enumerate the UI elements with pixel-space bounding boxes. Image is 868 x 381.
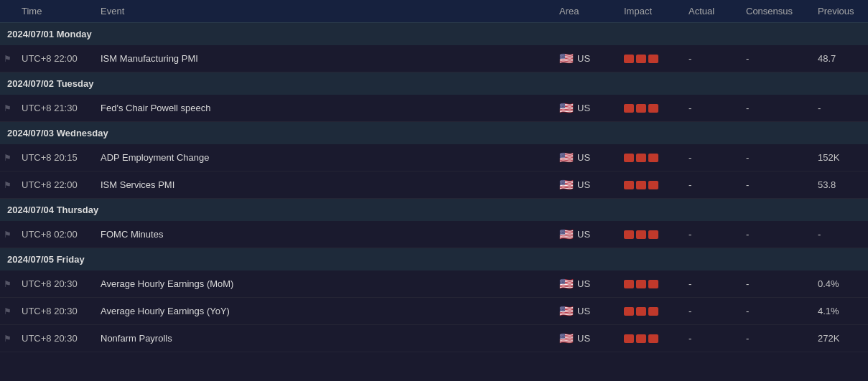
impact-bar <box>636 230 646 239</box>
bookmark-icon[interactable]: ⚑ <box>4 153 11 163</box>
event-name[interactable]: ISM Services PMI <box>93 171 552 199</box>
event-time: UTC+8 20:30 <box>14 271 93 298</box>
table-row[interactable]: ⚑UTC+8 20:30Average Hourly Earnings (YoY… <box>0 298 868 325</box>
event-time: UTC+8 20:30 <box>14 298 93 325</box>
impact-bar <box>648 307 658 316</box>
impact-bar <box>636 154 646 162</box>
table-row[interactable]: ⚑UTC+8 21:30Fed's Chair Powell speech🇺🇸U… <box>0 95 868 122</box>
event-previous: 152K <box>811 144 868 171</box>
date-group-header: 2024/07/02 Tuesday <box>0 72 868 95</box>
table-row[interactable]: ⚑UTC+8 22:00ISM Manufacturing PMI🇺🇸US--4… <box>0 45 868 72</box>
area-label: US <box>577 229 590 240</box>
bookmark-icon[interactable]: ⚑ <box>4 334 11 344</box>
table-row[interactable]: ⚑UTC+8 20:30Nonfarm Payrolls🇺🇸US--272K <box>0 325 868 352</box>
flag-icon: 🇺🇸 <box>559 178 574 192</box>
event-impact <box>617 298 681 325</box>
event-previous: 4.1% <box>811 298 868 325</box>
table-row[interactable]: ⚑UTC+8 20:30Average Hourly Earnings (MoM… <box>0 271 868 298</box>
bookmark-icon[interactable]: ⚑ <box>4 306 11 316</box>
event-consensus: - <box>739 298 811 325</box>
area-label: US <box>577 306 590 316</box>
event-previous: 53.8 <box>811 171 868 199</box>
area-label: US <box>577 152 590 163</box>
table-row[interactable]: ⚑UTC+8 22:00ISM Services PMI🇺🇸US--53.8 <box>0 171 868 199</box>
event-name[interactable]: ISM Manufacturing PMI <box>93 45 552 72</box>
event-impact <box>617 325 681 352</box>
event-impact <box>617 171 681 199</box>
impact-bar <box>624 154 634 162</box>
date-group-header: 2024/07/03 Wednesday <box>0 122 868 145</box>
event-actual: - <box>681 221 739 248</box>
event-name[interactable]: Nonfarm Payrolls <box>93 325 552 352</box>
event-previous: 272K <box>811 325 868 352</box>
table-row[interactable]: ⚑UTC+8 20:15ADP Employment Change🇺🇸US--1… <box>0 144 868 171</box>
event-actual: - <box>681 325 739 352</box>
event-actual: - <box>681 45 739 72</box>
bookmark-icon[interactable]: ⚑ <box>4 54 11 64</box>
impact-bar <box>636 307 646 316</box>
date-label: 2024/07/03 Wednesday <box>0 122 868 145</box>
col-impact-header: Impact <box>617 0 681 23</box>
event-consensus: - <box>739 45 811 72</box>
table-row[interactable]: ⚑UTC+8 02:00FOMC Minutes🇺🇸US--- <box>0 221 868 248</box>
col-bookmark <box>0 0 14 23</box>
event-impact <box>617 271 681 298</box>
area-label: US <box>577 278 590 289</box>
impact-bar <box>636 104 646 113</box>
date-group-header: 2024/07/01 Monday <box>0 23 868 46</box>
bookmark-icon[interactable]: ⚑ <box>4 103 11 113</box>
flag-icon: 🇺🇸 <box>559 151 574 164</box>
event-actual: - <box>681 171 739 199</box>
event-area: 🇺🇸US <box>552 45 617 72</box>
impact-bar <box>636 334 646 343</box>
impact-bar <box>636 181 646 189</box>
flag-icon: 🇺🇸 <box>559 304 574 318</box>
event-previous: - <box>811 221 868 248</box>
event-area: 🇺🇸US <box>552 95 617 122</box>
event-consensus: - <box>739 171 811 199</box>
event-name[interactable]: FOMC Minutes <box>93 221 552 248</box>
event-consensus: - <box>739 95 811 122</box>
event-time: UTC+8 21:30 <box>14 95 93 122</box>
event-time: UTC+8 22:00 <box>14 45 93 72</box>
date-label: 2024/07/01 Monday <box>0 23 868 46</box>
col-time-header: Time <box>14 0 93 23</box>
bookmark-icon[interactable]: ⚑ <box>4 230 11 240</box>
col-area-header: Area <box>552 0 617 23</box>
event-consensus: - <box>739 271 811 298</box>
table-header: Time Event Area Impact Actual Consensus … <box>0 0 868 23</box>
impact-bar <box>648 181 658 189</box>
area-label: US <box>577 53 590 64</box>
bookmark-icon[interactable]: ⚑ <box>4 279 11 289</box>
event-name[interactable]: Average Hourly Earnings (YoY) <box>93 298 552 325</box>
impact-bar <box>624 307 634 316</box>
event-time: UTC+8 20:30 <box>14 325 93 352</box>
event-actual: - <box>681 144 739 171</box>
impact-bar <box>624 55 634 63</box>
event-actual: - <box>681 271 739 298</box>
event-impact <box>617 95 681 122</box>
col-previous-header: Previous <box>811 0 868 23</box>
event-name[interactable]: Fed's Chair Powell speech <box>93 95 552 122</box>
event-impact <box>617 144 681 171</box>
event-previous: - <box>811 95 868 122</box>
col-actual-header: Actual <box>681 0 739 23</box>
area-label: US <box>577 103 590 113</box>
impact-bar <box>648 280 658 288</box>
impact-bar <box>648 230 658 239</box>
bookmark-icon[interactable]: ⚑ <box>4 180 11 190</box>
event-area: 🇺🇸US <box>552 144 617 171</box>
impact-bar <box>624 280 634 288</box>
event-area: 🇺🇸US <box>552 221 617 248</box>
impact-bar <box>648 55 658 63</box>
event-consensus: - <box>739 144 811 171</box>
event-name[interactable]: ADP Employment Change <box>93 144 552 171</box>
impact-bar <box>624 334 634 343</box>
event-area: 🇺🇸US <box>552 325 617 352</box>
event-name[interactable]: Average Hourly Earnings (MoM) <box>93 271 552 298</box>
flag-icon: 🇺🇸 <box>559 52 574 65</box>
date-label: 2024/07/05 Friday <box>0 248 868 271</box>
flag-icon: 🇺🇸 <box>559 101 574 115</box>
impact-bar <box>648 104 658 113</box>
date-group-header: 2024/07/05 Friday <box>0 248 868 271</box>
